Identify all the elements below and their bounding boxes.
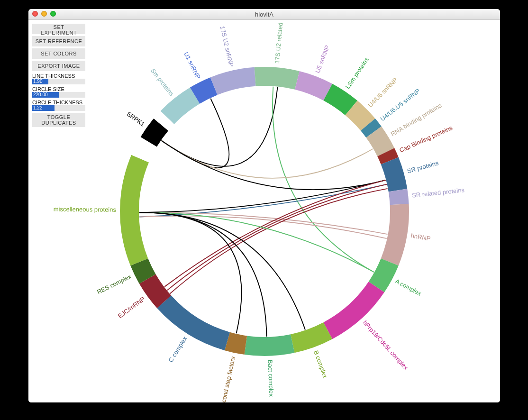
ring-segment[interactable] xyxy=(210,67,255,95)
chord-links-layer xyxy=(139,87,388,337)
minimize-icon[interactable] xyxy=(41,11,47,17)
ring-label: hnRNP xyxy=(410,232,431,242)
ring-label: SR proteins xyxy=(406,159,439,175)
ring-label: A complex xyxy=(394,277,422,297)
ring-label: SRPK1 xyxy=(125,110,146,128)
zoom-icon[interactable] xyxy=(50,11,56,17)
ring-label: miscelleneous proteins xyxy=(53,206,116,213)
chord-link[interactable] xyxy=(139,212,267,337)
ring-label: Second step factors xyxy=(218,356,237,402)
ring-label: U1 snRNP xyxy=(182,51,202,80)
app-window: hiovitA SET EXPERIMENT SET REFERENCE SET… xyxy=(28,9,500,402)
chord-link[interactable] xyxy=(139,184,386,217)
ring-label: RES complex xyxy=(96,273,133,295)
ring-label: Sm proteins xyxy=(149,67,175,97)
window-title: hiovitA xyxy=(28,11,500,18)
ring-label: U4/U6 snRNP xyxy=(366,76,399,109)
ring-label: 17S U2 snRNP xyxy=(218,25,235,67)
ring-label: hPrp19/Cdc5L complex xyxy=(361,319,410,371)
ring-segment[interactable] xyxy=(244,334,294,356)
chord-link[interactable] xyxy=(139,212,374,272)
ring-label: 17S U2 related xyxy=(273,22,284,64)
ring-layer xyxy=(120,67,409,356)
chord-link[interactable] xyxy=(161,140,385,190)
titlebar[interactable]: hiovitA xyxy=(28,9,500,20)
traffic-lights xyxy=(32,11,56,17)
ring-label: Bact complex xyxy=(266,360,275,397)
ring-segment[interactable] xyxy=(254,67,299,90)
circle-thickness-value: 1.22 xyxy=(33,105,42,110)
ring-segment[interactable] xyxy=(157,295,230,350)
circle-size-value: 220.00 xyxy=(33,92,48,97)
ring-label: C complex xyxy=(167,335,189,363)
ring-label: U5 snRNP xyxy=(314,44,331,74)
content-area: SET EXPERIMENT SET REFERENCE SET COLORS … xyxy=(28,20,500,402)
chord-diagram[interactable]: Sm proteinsU1 snRNP17S U2 snRNP17S U2 re… xyxy=(51,20,478,402)
close-icon[interactable] xyxy=(32,11,38,17)
ring-segment[interactable] xyxy=(381,204,409,265)
ring-label: SR related proteins xyxy=(411,186,465,199)
ring-segment[interactable] xyxy=(120,155,149,265)
ring-label: LSm proteins xyxy=(344,56,370,90)
line-thickness-value: 1.90 xyxy=(33,79,42,84)
ring-label: B complex xyxy=(312,349,329,379)
ring-label: EJC/mRNP xyxy=(116,295,146,320)
